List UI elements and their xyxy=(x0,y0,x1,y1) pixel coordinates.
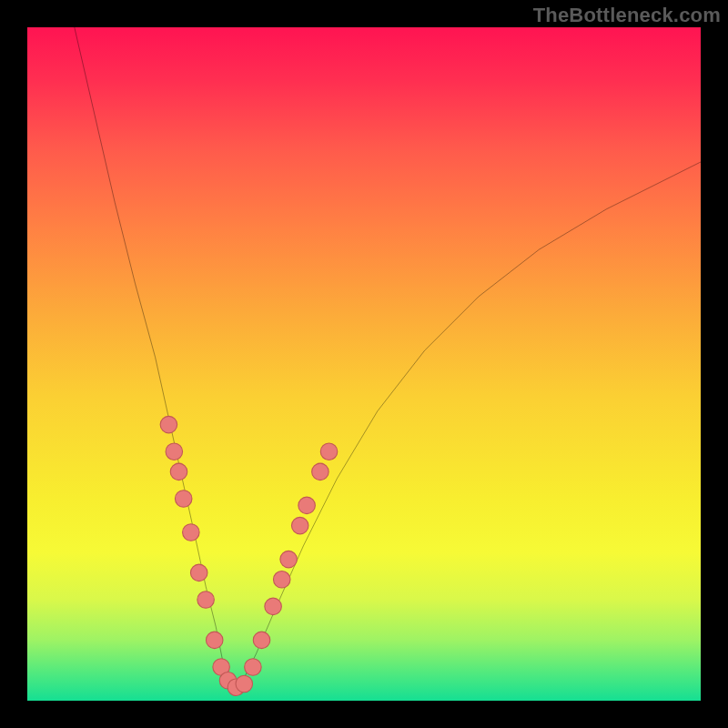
bottleneck-curve-path xyxy=(75,27,701,687)
data-marker xyxy=(183,524,200,541)
plot-area xyxy=(27,27,701,701)
data-marker xyxy=(175,490,192,508)
data-marker xyxy=(291,517,308,534)
data-marker xyxy=(197,592,215,609)
data-marker xyxy=(206,632,223,649)
data-marker xyxy=(190,564,207,581)
data-marker xyxy=(245,659,262,676)
data-marker xyxy=(160,416,177,433)
data-marker xyxy=(273,571,290,589)
chart-frame: TheBottleneck.com xyxy=(0,0,728,728)
data-marker xyxy=(312,463,329,480)
bottleneck-curve-svg xyxy=(27,27,701,701)
data-marker xyxy=(320,443,338,460)
data-marker xyxy=(170,463,187,480)
data-marker xyxy=(253,632,270,649)
data-markers-group xyxy=(160,416,338,695)
data-marker xyxy=(298,497,316,514)
data-marker xyxy=(265,598,282,615)
data-marker xyxy=(236,675,253,693)
data-marker xyxy=(280,551,298,568)
attribution-text: TheBottleneck.com xyxy=(533,4,721,27)
data-marker xyxy=(166,443,183,460)
